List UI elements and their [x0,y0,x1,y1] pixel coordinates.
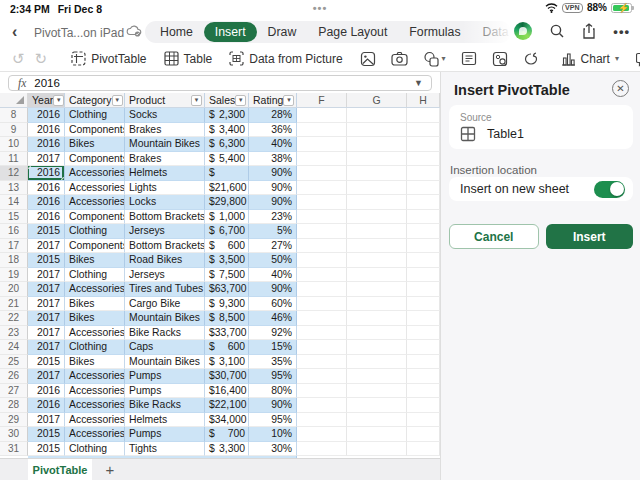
tab-formulas[interactable]: Formulas [398,22,471,42]
cell-empty-f[interactable] [297,210,347,225]
row-number[interactable]: 23 [0,326,28,341]
cell-empty-g[interactable] [347,282,407,297]
text-box-icon[interactable] [461,51,477,66]
column-header-f[interactable]: F [297,93,347,107]
formula-input[interactable]: fx 2016 ▼ [8,75,432,92]
cell-year[interactable]: 2017 [28,152,65,167]
row-number[interactable]: 30 [0,427,28,442]
cell-rating[interactable]: 95% [249,369,297,384]
redo-icon[interactable]: ↻ [35,50,48,68]
filter-dropdown-icon[interactable]: ▼ [112,95,123,106]
cell-category[interactable]: Accessories [65,166,125,181]
row-number[interactable]: 8 [0,108,28,123]
row-number[interactable]: 16 [0,224,28,239]
chart-button[interactable]: Chart ▾ [561,52,619,66]
cell-rating[interactable]: 27% [249,239,297,254]
row-number[interactable]: 17 [0,239,28,254]
add-sheet-button[interactable]: + [92,459,128,480]
cell-rating[interactable]: 92% [249,326,297,341]
cell-empty-f[interactable] [297,108,347,123]
cell-product[interactable]: Pumps [125,369,205,384]
cell-product[interactable]: Mountain Bikes [125,355,205,370]
shapes-icon[interactable]: ▾ [423,51,446,67]
document-title[interactable]: PivotTa...on iPad [34,26,124,40]
cell-product[interactable]: Brakes [125,152,205,167]
cell-sales[interactable]: $63,700 [205,282,249,297]
cell-empty-h[interactable] [407,253,440,268]
share-icon[interactable] [582,23,596,39]
cell-empty-g[interactable] [347,239,407,254]
column-header-sales[interactable]: Sales▼ [205,93,249,107]
cell-product[interactable]: Bottom Brackets [125,239,205,254]
cell-empty-g[interactable] [347,123,407,138]
cell-product[interactable]: Pumps [125,384,205,399]
cell-empty-f[interactable] [297,340,347,355]
cell-product[interactable]: Helmets [125,413,205,428]
selection-handle[interactable] [28,166,31,169]
filter-dropdown-icon[interactable]: ▼ [53,95,64,106]
sheet-tab-pivottable[interactable]: PivotTable [28,459,92,480]
cell-year[interactable]: 2017 [28,413,65,428]
cell-empty-g[interactable] [347,210,407,225]
cell-year[interactable]: 2015 [28,355,65,370]
cell-empty-g[interactable] [347,326,407,341]
cell-empty-h[interactable] [407,282,440,297]
select-all-corner[interactable] [0,93,28,107]
row-number[interactable]: 9 [0,123,28,138]
cell-product[interactable]: Caps [125,340,205,355]
cell-empty-f[interactable] [297,137,347,152]
cell-year[interactable]: 2017 [28,369,65,384]
cell-sales[interactable]: $34,000 [205,413,249,428]
cell-category[interactable]: Accessories [65,195,125,210]
cell-rating[interactable]: 36% [249,123,297,138]
cell-category[interactable]: Clothing [65,224,125,239]
cell-empty-h[interactable] [407,340,440,355]
cell-empty-g[interactable] [347,413,407,428]
cell-year[interactable]: 2017 [28,282,65,297]
cell-rating[interactable]: 95% [249,413,297,428]
cell-sales[interactable]: $22,100 [205,398,249,413]
filter-dropdown-icon[interactable]: ▼ [283,95,294,106]
cell-category[interactable]: Components [65,239,125,254]
cell-sales[interactable]: $700 [205,427,249,442]
cell-year[interactable]: 2016 [28,384,65,399]
icons-picker-icon[interactable] [492,51,508,67]
cell-sales[interactable]: $5,400 [205,152,249,167]
row-number[interactable]: 11 [0,152,28,167]
cell-category[interactable]: Accessories [65,427,125,442]
cell-empty-g[interactable] [347,268,407,283]
row-number[interactable]: 15 [0,210,28,225]
undo-icon[interactable]: ↺ [12,50,25,68]
row-number[interactable]: 25 [0,355,28,370]
cell-category[interactable]: Clothing [65,442,125,457]
cell-rating[interactable]: 40% [249,137,297,152]
cell-empty-h[interactable] [407,369,440,384]
cell-year[interactable]: 2016 [28,123,65,138]
cell-sales[interactable]: $600 [205,340,249,355]
cell-empty-h[interactable] [407,108,440,123]
cell-sales[interactable]: $6,700 [205,224,249,239]
copilot-icon[interactable] [514,22,532,40]
cell-empty-g[interactable] [347,297,407,312]
cell-year[interactable]: 2017 [28,340,65,355]
cell-rating[interactable]: 46% [249,311,297,326]
cell-empty-h[interactable] [407,181,440,196]
search-icon[interactable] [549,23,565,39]
cell-year[interactable]: 2016 [28,166,65,181]
cancel-button[interactable]: Cancel [449,224,539,249]
cell-product[interactable]: Brakes [125,123,205,138]
cell-category[interactable]: Clothing [65,108,125,123]
data-from-picture-button[interactable]: Data from Picture [229,51,342,66]
column-header-g[interactable]: G [347,93,407,107]
cell-rating[interactable]: 80% [249,384,297,399]
cell-product[interactable]: Bike Racks [125,398,205,413]
cell-category[interactable]: Clothing [65,340,125,355]
cell-year[interactable]: 2017 [28,268,65,283]
cell-empty-g[interactable] [347,137,407,152]
cell-empty-f[interactable] [297,253,347,268]
table-button[interactable]: Table [164,51,213,66]
pivottable-button[interactable]: PivotTable [71,51,146,66]
cell-year[interactable]: 2016 [28,181,65,196]
cell-category[interactable]: Accessories [65,384,125,399]
cell-sales[interactable]: $3,400 [205,123,249,138]
